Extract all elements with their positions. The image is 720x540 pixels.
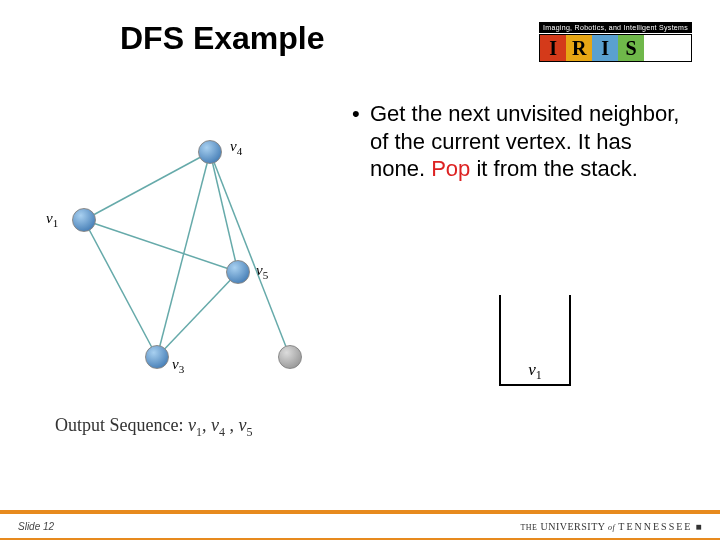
node-label-v1: v1 xyxy=(46,210,58,229)
page-title: DFS Example xyxy=(120,20,325,57)
node-label-v4: v4 xyxy=(230,138,242,157)
svg-line-6 xyxy=(157,272,238,357)
bullet-pop: Pop xyxy=(431,156,470,181)
university-wordmark: THE UNIVERSITY of TENNESSEE ■ xyxy=(520,521,702,532)
iris-logo: Imaging, Robotics, and Intelligent Syste… xyxy=(539,22,692,62)
svg-line-5 xyxy=(210,152,290,357)
graph-node-v4 xyxy=(198,140,222,164)
node-label-v5: v5 xyxy=(256,262,268,281)
output-sequence: Output Sequence: v1, v4 , v5 xyxy=(55,415,252,440)
bullet-post: it from the stack. xyxy=(470,156,638,181)
bullet-text: • Get the next unvisited neighbor, of th… xyxy=(370,100,690,183)
logo-letter: I xyxy=(540,35,566,61)
stack-diagram: v1 xyxy=(490,290,580,390)
footer-inner: Slide 12 THE UNIVERSITY of TENNESSEE ■ xyxy=(0,514,720,538)
logo-letter: R xyxy=(566,35,592,61)
graph-diagram: v1 v4 v5 v3 xyxy=(40,120,340,400)
graph-node-v5 xyxy=(226,260,250,284)
output-prefix: Output Sequence: xyxy=(55,415,188,435)
logo-label: Imaging, Robotics, and Intelligent Syste… xyxy=(539,22,692,33)
graph-node-v2 xyxy=(278,345,302,369)
logo-letter: I xyxy=(592,35,618,61)
graph-node-v3 xyxy=(145,345,169,369)
graph-node-v1 xyxy=(72,208,96,232)
slide: DFS Example Imaging, Robotics, and Intel… xyxy=(0,0,720,540)
logo-letter: S xyxy=(618,35,644,61)
svg-line-4 xyxy=(157,152,210,357)
logo-blocks: I R I S xyxy=(539,34,692,62)
footer-bar: Slide 12 THE UNIVERSITY of TENNESSEE ■ xyxy=(0,510,720,540)
output-items: v1, v4 , v5 xyxy=(188,415,253,435)
node-label-v3: v3 xyxy=(172,356,184,375)
slide-number: Slide 12 xyxy=(18,521,54,532)
bullet-dot-icon: • xyxy=(352,100,360,128)
stack-item: v1 xyxy=(510,360,560,383)
svg-line-0 xyxy=(84,152,210,220)
